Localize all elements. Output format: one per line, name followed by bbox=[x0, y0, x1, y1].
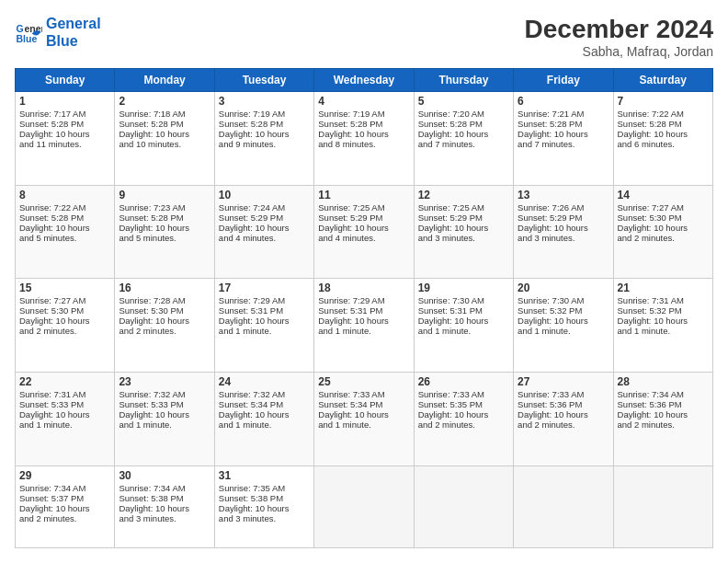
day-info: and 4 minutes. bbox=[318, 233, 409, 243]
day-info: Sunrise: 7:19 AM bbox=[219, 109, 310, 119]
day-info: Daylight: 10 hours bbox=[418, 223, 509, 233]
day-number: 28 bbox=[618, 375, 709, 388]
table-row: 23Sunrise: 7:32 AMSunset: 5:33 PMDayligh… bbox=[115, 373, 214, 466]
day-info: Sunrise: 7:29 AM bbox=[318, 295, 409, 305]
day-number: 30 bbox=[119, 469, 210, 482]
table-row: 29Sunrise: 7:34 AMSunset: 5:37 PMDayligh… bbox=[16, 465, 115, 547]
day-info: Daylight: 10 hours bbox=[19, 129, 110, 139]
day-info: Daylight: 10 hours bbox=[19, 503, 110, 513]
day-info: Sunset: 5:36 PM bbox=[618, 399, 709, 409]
header: G eneral Blue General Blue December 2024… bbox=[15, 15, 713, 59]
table-row: 18Sunrise: 7:29 AMSunset: 5:31 PMDayligh… bbox=[314, 279, 414, 373]
subtitle: Sabha, Mafraq, Jordan bbox=[525, 44, 713, 59]
table-row: 3Sunrise: 7:19 AMSunset: 5:28 PMDaylight… bbox=[214, 92, 313, 186]
day-number: 8 bbox=[19, 189, 110, 201]
title-block: December 2024 Sabha, Mafraq, Jordan bbox=[525, 15, 713, 59]
col-thursday: Thursday bbox=[414, 69, 513, 92]
table-row: 12Sunrise: 7:25 AMSunset: 5:29 PMDayligh… bbox=[414, 185, 513, 279]
day-number: 15 bbox=[19, 282, 110, 294]
day-number: 9 bbox=[119, 189, 210, 201]
day-number: 2 bbox=[119, 95, 210, 108]
day-info: and 9 minutes. bbox=[219, 139, 310, 149]
day-info: Daylight: 10 hours bbox=[618, 316, 709, 326]
day-info: Sunset: 5:28 PM bbox=[119, 119, 210, 129]
day-info: Sunrise: 7:34 AM bbox=[618, 389, 709, 399]
day-info: Sunrise: 7:25 AM bbox=[318, 202, 409, 213]
table-row: 15Sunrise: 7:27 AMSunset: 5:30 PMDayligh… bbox=[16, 279, 115, 373]
table-row: 19Sunrise: 7:30 AMSunset: 5:31 PMDayligh… bbox=[414, 279, 513, 373]
table-row: 16Sunrise: 7:28 AMSunset: 5:30 PMDayligh… bbox=[115, 279, 214, 373]
table-row: 22Sunrise: 7:31 AMSunset: 5:33 PMDayligh… bbox=[16, 373, 115, 466]
col-sunday: Sunday bbox=[16, 69, 115, 92]
day-info: Sunrise: 7:35 AM bbox=[219, 483, 310, 493]
day-info: Sunrise: 7:22 AM bbox=[19, 202, 110, 213]
day-number: 17 bbox=[219, 282, 310, 294]
day-info: Daylight: 10 hours bbox=[518, 409, 609, 419]
table-row: 21Sunrise: 7:31 AMSunset: 5:32 PMDayligh… bbox=[613, 279, 712, 373]
day-number: 1 bbox=[19, 95, 110, 108]
col-wednesday: Wednesday bbox=[314, 69, 414, 92]
day-number: 14 bbox=[618, 189, 709, 201]
table-row bbox=[414, 465, 513, 547]
day-number: 18 bbox=[318, 282, 409, 294]
day-info: and 1 minute. bbox=[19, 419, 110, 430]
day-info: Sunrise: 7:19 AM bbox=[318, 109, 409, 119]
table-row: 1Sunrise: 7:17 AMSunset: 5:28 PMDaylight… bbox=[16, 92, 115, 186]
day-info: Sunrise: 7:22 AM bbox=[618, 109, 709, 119]
day-info: Daylight: 10 hours bbox=[518, 223, 609, 233]
col-monday: Monday bbox=[115, 69, 214, 92]
table-row: 24Sunrise: 7:32 AMSunset: 5:34 PMDayligh… bbox=[214, 373, 313, 466]
day-number: 31 bbox=[219, 469, 310, 482]
day-number: 5 bbox=[418, 95, 509, 108]
day-info: Daylight: 10 hours bbox=[618, 409, 709, 419]
day-info: and 1 minute. bbox=[518, 326, 609, 336]
day-info: Sunrise: 7:31 AM bbox=[19, 389, 110, 399]
day-info: Sunset: 5:29 PM bbox=[418, 213, 509, 223]
day-info: Sunset: 5:37 PM bbox=[19, 493, 110, 503]
day-info: and 2 minutes. bbox=[19, 326, 110, 336]
table-row: 14Sunrise: 7:27 AMSunset: 5:30 PMDayligh… bbox=[613, 185, 712, 279]
day-number: 29 bbox=[19, 469, 110, 482]
day-number: 25 bbox=[318, 375, 409, 388]
day-info: Sunrise: 7:31 AM bbox=[618, 295, 709, 305]
day-info: Sunrise: 7:34 AM bbox=[119, 483, 210, 493]
day-number: 3 bbox=[219, 95, 310, 108]
table-row: 30Sunrise: 7:34 AMSunset: 5:38 PMDayligh… bbox=[115, 465, 214, 547]
day-info: and 3 minutes. bbox=[518, 233, 609, 243]
day-info: Sunset: 5:33 PM bbox=[119, 399, 210, 409]
day-info: and 2 minutes. bbox=[618, 233, 709, 243]
day-info: and 1 minute. bbox=[219, 419, 310, 430]
day-info: Sunrise: 7:17 AM bbox=[19, 109, 110, 119]
day-info: and 1 minute. bbox=[119, 419, 210, 430]
day-number: 22 bbox=[19, 375, 110, 388]
day-info: and 3 minutes. bbox=[418, 233, 509, 243]
col-tuesday: Tuesday bbox=[214, 69, 313, 92]
table-row bbox=[613, 465, 712, 547]
day-info: Sunset: 5:35 PM bbox=[418, 399, 509, 409]
day-info: Sunrise: 7:34 AM bbox=[19, 483, 110, 493]
day-number: 4 bbox=[318, 95, 409, 108]
main-title: December 2024 bbox=[525, 15, 713, 44]
day-info: Daylight: 10 hours bbox=[318, 223, 409, 233]
day-info: Sunrise: 7:18 AM bbox=[119, 109, 210, 119]
day-number: 19 bbox=[418, 282, 509, 294]
day-info: Daylight: 10 hours bbox=[418, 129, 509, 139]
day-info: Daylight: 10 hours bbox=[119, 129, 210, 139]
day-number: 16 bbox=[119, 282, 210, 294]
day-info: Sunset: 5:38 PM bbox=[219, 493, 310, 503]
table-row bbox=[314, 465, 414, 547]
day-info: and 1 minute. bbox=[618, 326, 709, 336]
day-info: Sunset: 5:28 PM bbox=[318, 119, 409, 129]
day-info: Sunrise: 7:25 AM bbox=[418, 202, 509, 213]
day-info: and 11 minutes. bbox=[19, 139, 110, 149]
day-info: Sunrise: 7:27 AM bbox=[618, 202, 709, 213]
day-info: Sunset: 5:28 PM bbox=[418, 119, 509, 129]
day-info: and 2 minutes. bbox=[518, 419, 609, 430]
day-info: Sunrise: 7:33 AM bbox=[318, 389, 409, 399]
day-number: 13 bbox=[518, 189, 609, 201]
day-info: Daylight: 10 hours bbox=[318, 409, 409, 419]
logo: G eneral Blue General Blue bbox=[15, 15, 101, 50]
day-info: and 5 minutes. bbox=[19, 233, 110, 243]
day-info: Daylight: 10 hours bbox=[418, 409, 509, 419]
day-info: Sunrise: 7:32 AM bbox=[119, 389, 210, 399]
